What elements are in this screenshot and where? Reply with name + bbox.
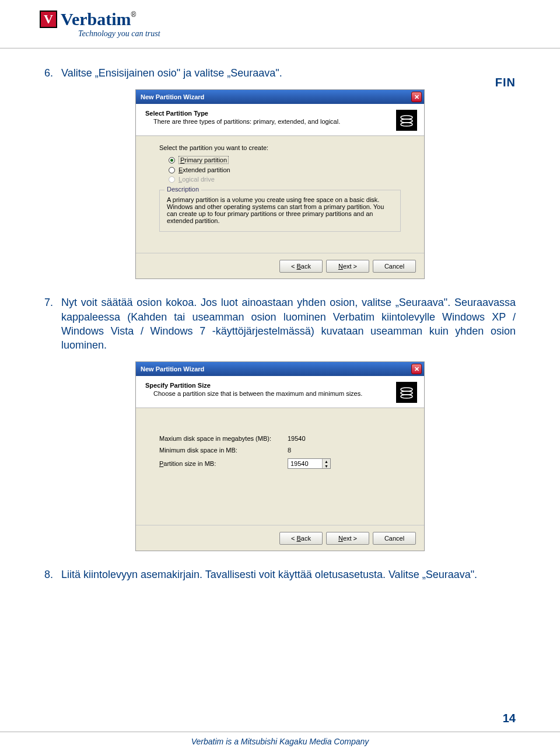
- spinner-value: 19540: [290, 460, 309, 467]
- brand-name: Verbatim: [61, 9, 131, 29]
- page-header: V Verbatim® Technology you can trust: [0, 0, 560, 39]
- titlebar: New Partition Wizard ✕: [136, 362, 424, 376]
- step-number: 6.: [44, 66, 53, 80]
- radio-icon: [169, 157, 175, 163]
- partition-size-stepper[interactable]: 19540 ▲▼: [288, 458, 331, 469]
- disk-icon: [396, 110, 417, 131]
- chevron-down-icon[interactable]: ▼: [323, 464, 330, 468]
- value: 8: [288, 447, 291, 454]
- description-text: A primary partition is a volume you crea…: [167, 196, 393, 224]
- back-button[interactable]: < Back: [279, 260, 323, 273]
- radio-primary-partition[interactable]: PPrimary partitionrimary partition: [169, 156, 401, 164]
- close-icon[interactable]: ✕: [411, 92, 422, 102]
- wizard-select-partition-type: New Partition Wizard ✕ Select Partition …: [135, 89, 425, 279]
- row-min-disk-space: Minimum disk space in MB: 8: [159, 447, 401, 454]
- footer-divider: [0, 732, 560, 732]
- step-text: Liitä kiintolevyyn asemakirjain. Tavalli…: [61, 568, 516, 582]
- language-tag: FIN: [495, 76, 516, 89]
- wizard-subheading: There are three types of partitions: pri…: [153, 118, 396, 125]
- close-icon[interactable]: ✕: [411, 364, 422, 374]
- page-footer: Verbatim is a Mitsubishi Kagaku Media Co…: [0, 732, 560, 752]
- next-button[interactable]: Next >: [326, 260, 369, 273]
- radio-extended-partition[interactable]: Extended partition: [169, 166, 401, 173]
- fieldset-legend: Description: [164, 186, 201, 193]
- titlebar: New Partition Wizard ✕: [136, 90, 424, 104]
- wizard-heading: Select Partition Type: [145, 110, 396, 117]
- disk-icon: [396, 382, 417, 403]
- step-8: 8. Liitä kiintolevyyn asemakirjain. Tava…: [44, 568, 516, 582]
- row-partition-size: Partition size in MB: 19540 ▲▼: [159, 458, 401, 469]
- wizard-heading: Specify Partition Size: [145, 382, 396, 389]
- window-title: New Partition Wizard: [141, 93, 204, 100]
- step-6: 6. Valitse „Ensisijainen osio" ja valits…: [44, 66, 516, 80]
- svg-point-3: [401, 388, 412, 391]
- label: Maxium disk space in megabytes (MB):: [159, 435, 288, 442]
- svg-point-0: [401, 116, 412, 119]
- wizard-subheading: Choose a partition size that is between …: [153, 390, 396, 397]
- step-number: 8.: [44, 568, 53, 582]
- brand-logo: V Verbatim® Technology you can trust: [40, 11, 560, 39]
- back-button[interactable]: < Back: [279, 532, 323, 545]
- step-number: 7.: [44, 295, 53, 309]
- wizard-specify-partition-size: New Partition Wizard ✕ Specify Partition…: [135, 361, 425, 551]
- brand-tagline: Technology you can trust: [78, 29, 160, 39]
- step-text: Nyt voit säätää osion kokoa. Jos luot ai…: [61, 295, 516, 352]
- step-7: 7. Nyt voit säätää osion kokoa. Jos luot…: [44, 295, 516, 352]
- wizard-header: Specify Partition Size Choose a partitio…: [136, 376, 424, 408]
- radio-icon: [169, 176, 175, 183]
- spinner-buttons[interactable]: ▲▼: [322, 459, 330, 468]
- description-fieldset: Description A primary partition is a vol…: [159, 190, 401, 232]
- cancel-button[interactable]: Cancel: [373, 532, 416, 545]
- label: Minimum disk space in MB:: [159, 447, 288, 454]
- step-text: Valitse „Ensisijainen osio" ja valitse „…: [61, 66, 516, 80]
- svg-point-4: [401, 391, 412, 395]
- radio-logical-drive: Logical drive: [169, 176, 401, 183]
- page-number: 14: [503, 712, 516, 725]
- cancel-button[interactable]: Cancel: [373, 260, 416, 273]
- footer-text: Verbatim is a Mitsubishi Kagaku Media Co…: [0, 737, 560, 752]
- svg-point-2: [401, 123, 412, 126]
- logo-v-icon: V: [40, 11, 57, 28]
- label: Partition size in MB:: [159, 460, 288, 467]
- svg-point-1: [401, 119, 412, 123]
- svg-point-5: [401, 395, 412, 398]
- registered-mark: ®: [131, 11, 136, 19]
- radio-icon: [169, 167, 175, 173]
- next-button[interactable]: Next >: [326, 532, 369, 545]
- row-max-disk-space: Maxium disk space in megabytes (MB): 195…: [159, 435, 401, 442]
- chevron-up-icon[interactable]: ▲: [323, 459, 330, 464]
- prompt-text: Select the partition you want to create:: [159, 144, 401, 151]
- window-title: New Partition Wizard: [141, 365, 204, 372]
- wizard-header: Select Partition Type There are three ty…: [136, 104, 424, 136]
- value: 19540: [288, 435, 306, 442]
